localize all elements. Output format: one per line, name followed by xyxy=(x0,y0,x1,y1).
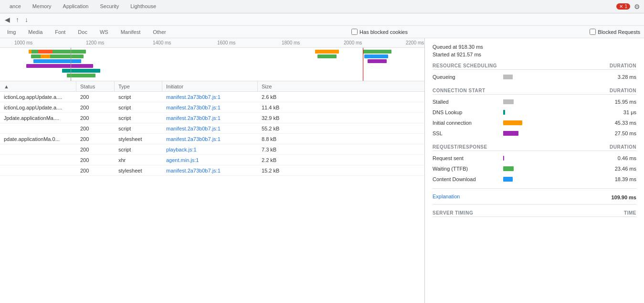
filter-img[interactable]: Img xyxy=(4,28,19,36)
network-panel: 1000 ms 1200 ms 1400 ms 1600 ms 1800 ms … xyxy=(0,38,425,303)
td-status-1: 200 xyxy=(76,105,115,110)
timing-row-ssl: SSL 27.50 ms xyxy=(433,128,636,139)
tick-1800ms: 1800 ms xyxy=(282,40,300,45)
blocked-requests-checkbox[interactable] xyxy=(590,29,596,35)
filter-doc[interactable]: Doc xyxy=(74,28,91,36)
table-row[interactable]: 200 stylesheet manifest.2a73b0b7.js:1 15… xyxy=(0,165,424,176)
td-initiator-3: manifest.2a73b0b7.js:1 xyxy=(162,126,258,131)
stalled-label: Stalled xyxy=(433,99,499,105)
ttfb-label: Waiting (TTFB) xyxy=(433,166,499,172)
table-row[interactable]: 200 script playback.js:1 7.3 kB xyxy=(0,144,424,155)
td-status-0: 200 xyxy=(76,94,115,100)
td-type-0: script xyxy=(115,94,162,100)
has-blocked-cookies-checkbox[interactable] xyxy=(351,29,358,35)
tab-memory[interactable]: Memory xyxy=(27,1,57,12)
error-badge: ✕ 1 xyxy=(616,3,630,10)
initiator-link-4[interactable]: manifest.2a73b0b7.js:1 xyxy=(166,136,221,142)
wf-bar-7 xyxy=(62,69,100,73)
td-type-1: script xyxy=(115,105,162,110)
filter-other[interactable]: Other xyxy=(149,28,169,36)
td-name-1: ictionLog.appUpdate.a.... xyxy=(0,105,76,110)
table-row[interactable]: 200 script manifest.2a73b0b7.js:1 55.2 k… xyxy=(0,123,424,134)
wf-bar-13 xyxy=(368,59,387,63)
request-response-title: Request/Response xyxy=(433,144,487,150)
th-type[interactable]: Type xyxy=(115,81,162,91)
back-button[interactable]: ◀ xyxy=(3,15,12,24)
th-name[interactable]: ▲ xyxy=(0,81,76,91)
filter-ws[interactable]: WS xyxy=(96,28,112,36)
stalled-bar xyxy=(503,99,514,104)
th-size[interactable]: Size xyxy=(258,81,306,91)
th-initiator[interactable]: Initiator xyxy=(162,81,258,91)
wf-bar-2 xyxy=(31,54,84,58)
tab-lighthouse[interactable]: Lighthouse xyxy=(125,1,162,12)
table-row[interactable]: 200 xhr agent.min.js:1 2.2 kB xyxy=(0,155,424,165)
total-value: 109.90 ms xyxy=(611,195,636,200)
initial-connection-label: Initial connection xyxy=(433,120,499,126)
stalled-value: 15.95 ms xyxy=(598,99,636,105)
td-initiator-5: playback.js:1 xyxy=(162,147,258,152)
initiator-link-2[interactable]: manifest.2a73b0b7.js:1 xyxy=(166,115,221,121)
td-size-2: 32.9 kB xyxy=(258,115,306,121)
ttfb-value: 23.46 ms xyxy=(598,166,636,172)
server-timing-section: Server Timing TIME xyxy=(433,210,636,217)
td-type-3: script xyxy=(115,126,162,131)
initiator-link-6[interactable]: agent.min.js:1 xyxy=(166,157,199,163)
content-download-bar-area xyxy=(503,177,594,182)
tab-ance[interactable]: ance xyxy=(4,1,27,12)
wf-bar-5 xyxy=(38,50,53,54)
initiator-link-0[interactable]: manifest.2a73b0b7.js:1 xyxy=(166,94,221,100)
request-sent-label: Request sent xyxy=(433,155,499,161)
wf-bar-11 xyxy=(363,50,391,54)
divider xyxy=(433,188,636,189)
table-row[interactable]: ictionLog.appUpdate.a.... 200 script man… xyxy=(0,92,424,102)
th-status[interactable]: Status xyxy=(76,81,115,91)
initiator-link-5[interactable]: playback.js:1 xyxy=(166,147,197,152)
explanation-row: Explanation 109.90 ms xyxy=(433,193,636,200)
table-header: ▲ Status Type Initiator Size xyxy=(0,81,424,92)
download-button[interactable]: ↓ xyxy=(23,15,30,24)
queueing-bar-area xyxy=(503,75,594,79)
has-blocked-cookies-label[interactable]: Has blocked cookies xyxy=(351,29,408,35)
initiator-link-7[interactable]: manifest.2a73b0b7.js:1 xyxy=(166,168,221,173)
table-row[interactable]: pdate.applicationMa.0... 200 stylesheet … xyxy=(0,134,424,144)
td-size-4: 8.8 kB xyxy=(258,136,306,142)
filter-font[interactable]: Font xyxy=(52,28,69,36)
request-response-duration-label: DURATION xyxy=(610,144,636,150)
has-blocked-cookies-text: Has blocked cookies xyxy=(359,29,408,35)
td-name-4: pdate.applicationMa.0... xyxy=(0,136,76,142)
queueing-label: Queueing xyxy=(433,74,499,80)
table-row[interactable]: Jpdate.applicationMa.... 200 script mani… xyxy=(0,113,424,123)
initial-connection-bar-area xyxy=(503,120,594,125)
filter-bar: Img Media Font Doc WS Manifest Other Has… xyxy=(0,26,644,38)
wf-bar-3 xyxy=(33,59,81,63)
explanation-link[interactable]: Explanation xyxy=(433,194,460,199)
tab-application[interactable]: Application xyxy=(57,1,95,12)
timing-row-content-download: Content Download 18.39 ms xyxy=(433,174,636,184)
td-type-5: script xyxy=(115,147,162,152)
td-size-3: 55.2 kB xyxy=(258,126,306,131)
initiator-link-1[interactable]: manifest.2a73b0b7.js:1 xyxy=(166,105,221,110)
connection-start-title: Connection Start xyxy=(433,88,486,93)
server-timing-time-label: TIME xyxy=(624,210,636,216)
settings-gear-icon[interactable]: ⚙ xyxy=(634,3,640,11)
tick-1600ms: 1600 ms xyxy=(217,40,235,45)
upload-button[interactable]: ↑ xyxy=(14,15,21,24)
stalled-bar-area xyxy=(503,99,594,104)
wf-bar-12 xyxy=(364,54,388,58)
table-row[interactable]: ictionLog.appUpdate.a.... 200 script man… xyxy=(0,102,424,113)
td-initiator-6: agent.min.js:1 xyxy=(162,157,258,163)
filter-manifest[interactable]: Manifest xyxy=(117,28,144,36)
blocked-requests-label[interactable]: Blocked Requests xyxy=(590,29,640,35)
vline xyxy=(363,48,363,81)
tab-security[interactable]: Security xyxy=(94,1,125,12)
wf-bar-4 xyxy=(26,64,93,68)
request-sent-value: 0.46 ms xyxy=(598,155,636,161)
filter-media[interactable]: Media xyxy=(25,28,46,36)
initiator-link-3[interactable]: manifest.2a73b0b7.js:1 xyxy=(166,126,221,131)
toolbar: ◀ ↑ ↓ xyxy=(0,13,644,26)
queueing-value: 3.28 ms xyxy=(598,74,636,80)
td-initiator-7: manifest.2a73b0b7.js:1 xyxy=(162,168,258,173)
connection-start-duration-label: DURATION xyxy=(610,88,636,93)
sort-icon: ▲ xyxy=(4,84,9,89)
